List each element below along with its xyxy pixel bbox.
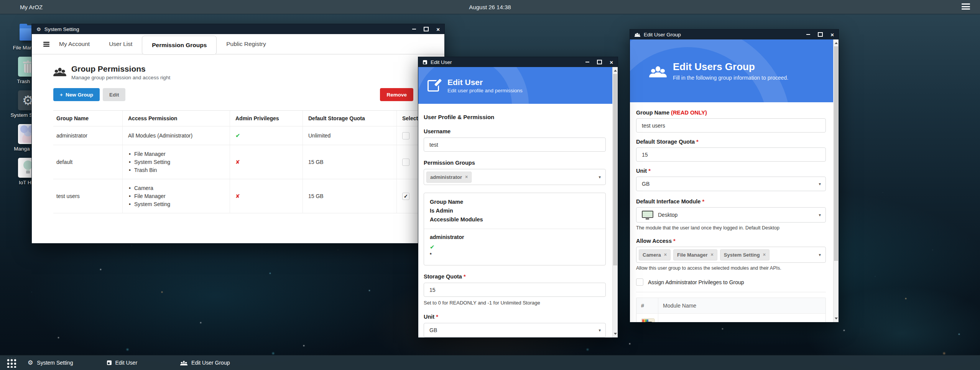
banner-title: Edit Users Group <box>673 61 788 73</box>
module-name-cell: Camera <box>658 314 825 322</box>
detail-accessible-modules: * <box>430 252 600 257</box>
cross-icon: ✘ <box>235 159 240 165</box>
minimize-button[interactable] <box>412 29 416 30</box>
permission-groups-multiselect[interactable]: administrator × ▾ <box>424 169 606 185</box>
close-button[interactable]: × <box>436 26 440 32</box>
edit-user-group-form: Group Name (READ ONLY) Default Storage Q… <box>630 102 834 322</box>
window-icon <box>107 360 112 365</box>
group-name-input[interactable] <box>636 118 826 133</box>
edit-users-group-banner: Edit Users Group Fill in the following g… <box>630 39 834 102</box>
edit-user-titlebar[interactable]: Edit User × <box>418 57 618 67</box>
detail-group-name: administrator <box>430 234 600 240</box>
quota-cell: Unlimited <box>303 126 396 145</box>
group-detail-box: Group Name Is Admin Accessible Modules a… <box>424 193 606 265</box>
table-row: Camera <box>636 314 825 322</box>
field-label: Group Name <box>636 110 669 116</box>
module-list: File Manager System Setting Trash Bin <box>128 150 170 174</box>
edit-pencil-icon <box>428 79 441 92</box>
column-header: Default Storage Quota <box>303 111 396 126</box>
group-permission-table: Group Name Access Permission Admin Privi… <box>53 110 427 213</box>
username-input[interactable] <box>424 138 606 152</box>
maximize-button[interactable] <box>597 60 602 64</box>
row-select-checkbox[interactable] <box>402 132 409 139</box>
maximize-button[interactable] <box>818 32 823 37</box>
field-label: Username <box>424 128 606 134</box>
selected-value: GB <box>429 327 437 333</box>
edit-user-group-titlebar[interactable]: Edit User Group × <box>630 29 839 39</box>
window-scrollbar[interactable] <box>612 67 618 337</box>
window-title: System Setting <box>44 26 79 32</box>
close-button[interactable]: × <box>610 59 613 65</box>
remove-group-button[interactable]: Remove <box>380 88 413 101</box>
assign-admin-checkbox[interactable] <box>636 278 643 286</box>
selected-tag: administrator × <box>426 172 472 183</box>
chevron-down-icon: ▾ <box>819 252 821 257</box>
minimize-button[interactable] <box>585 62 589 63</box>
group-name-cell: default <box>53 145 122 179</box>
field-label: Unit <box>424 314 434 320</box>
app-launcher-grid-icon[interactable] <box>6 358 16 368</box>
tab-public-registry[interactable]: Public Registry <box>217 38 275 51</box>
tab-permission-groups[interactable]: Permission Groups <box>142 36 217 55</box>
taskbar-item-edit-user-group[interactable]: Edit User Group <box>180 360 230 366</box>
field-label: Permission Groups <box>424 160 606 166</box>
desktop-title: My ArOZ <box>20 4 43 10</box>
chevron-down-icon: ▾ <box>819 182 821 187</box>
field-label: Storage Quota <box>424 273 462 280</box>
maximize-button[interactable] <box>424 27 429 31</box>
tab-user-list[interactable]: User List <box>99 38 142 51</box>
system-setting-titlebar[interactable]: ⚙ System Setting × <box>32 24 444 34</box>
remove-tag-icon[interactable]: × <box>465 174 468 180</box>
scroll-up-arrow[interactable] <box>834 40 839 46</box>
taskbar-item-edit-user[interactable]: Edit User <box>107 360 138 366</box>
scrollbar-thumb[interactable] <box>834 46 838 261</box>
desktop-monitor-icon <box>642 211 653 219</box>
close-button[interactable]: × <box>830 32 834 38</box>
taskbar-item-system-setting[interactable]: ⚙ System Setting <box>28 360 73 366</box>
scroll-up-arrow[interactable] <box>613 68 618 74</box>
scrollbar-thumb[interactable] <box>613 74 617 265</box>
allow-access-multiselect[interactable]: Camera × File Manager × System Setting ×… <box>636 247 826 263</box>
taskbar-item-label: Edit User <box>115 360 138 366</box>
scroll-down-arrow[interactable] <box>834 316 839 321</box>
remove-tag-icon[interactable]: × <box>763 252 766 257</box>
row-select-checkbox[interactable] <box>402 159 409 166</box>
taskbar-item-label: Edit User Group <box>191 360 230 366</box>
column-header: Admin Privileges <box>230 111 303 126</box>
remove-tag-icon[interactable]: × <box>710 252 713 257</box>
banner-subtitle: Edit user profile and permissions <box>447 88 523 93</box>
table-row: administrator All Modules (Administrator… <box>53 126 427 145</box>
edit-user-window: Edit User × Edit User Edit user profile … <box>418 57 618 338</box>
unit-dropdown[interactable]: GB ▾ <box>424 323 606 337</box>
users-icon <box>180 360 187 365</box>
row-select-checkbox-checked[interactable]: ✓ <box>402 193 409 200</box>
column-header: # <box>636 298 658 313</box>
top-menu-hamburger-icon[interactable] <box>962 3 970 10</box>
field-label: Default Storage Quota <box>636 139 695 145</box>
window-scrollbar[interactable] <box>833 39 839 322</box>
chevron-down-icon: ▾ <box>819 213 821 218</box>
module-list: Camera File Manager System Setting <box>128 184 170 208</box>
selected-tag: System Setting × <box>720 249 770 260</box>
field-helper-text: Set to 0 for READONLY and -1 for Unlimit… <box>424 300 606 306</box>
minimize-button[interactable] <box>806 34 810 35</box>
module-table: # Module Name Camera <box>636 298 826 322</box>
scroll-down-arrow[interactable] <box>613 331 618 337</box>
chevron-down-icon: ▾ <box>599 328 601 333</box>
storage-quota-input[interactable] <box>424 283 606 297</box>
users-icon <box>635 33 640 37</box>
default-interface-module-dropdown[interactable]: Desktop ▾ <box>636 207 826 223</box>
divider <box>636 292 826 292</box>
access-permission-cell: All Modules (Administrator) <box>122 126 230 145</box>
edit-group-button[interactable]: Edit <box>103 88 126 101</box>
remove-tag-icon[interactable]: × <box>664 252 667 257</box>
sidebar-hamburger-icon[interactable] <box>43 42 49 46</box>
unit-dropdown[interactable]: GB ▾ <box>636 177 826 191</box>
taskbar-item-label: System Setting <box>37 360 73 366</box>
new-group-button[interactable]: + New Group <box>53 88 100 101</box>
tab-my-account[interactable]: My Account <box>49 38 99 51</box>
clock: August 26 14:38 <box>469 4 511 10</box>
default-storage-quota-input[interactable] <box>636 147 826 162</box>
users-icon <box>649 64 667 77</box>
detail-header: Is Admin <box>430 206 600 215</box>
